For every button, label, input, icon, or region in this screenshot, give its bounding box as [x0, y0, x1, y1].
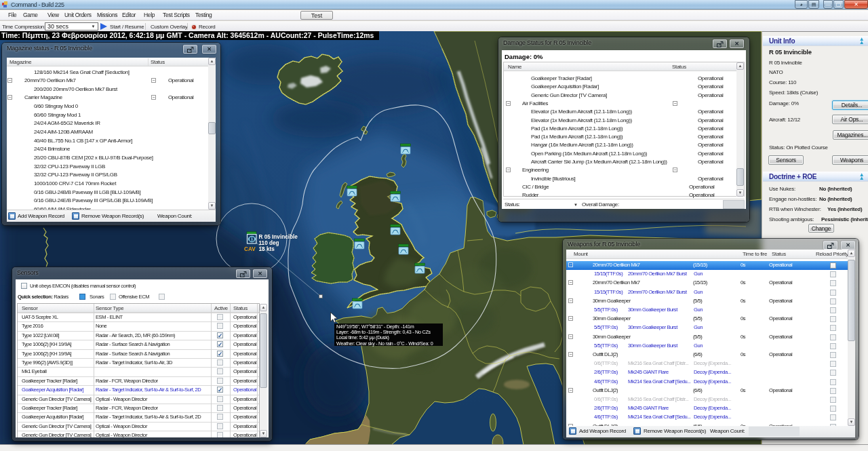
- svg-text:R 05 Invincible: R 05 Invincible: [259, 234, 298, 240]
- svg-text:110 deg: 110 deg: [259, 240, 279, 246]
- svg-text:CAV: CAV: [244, 246, 256, 252]
- svg-text:18 kts: 18 kts: [259, 246, 275, 252]
